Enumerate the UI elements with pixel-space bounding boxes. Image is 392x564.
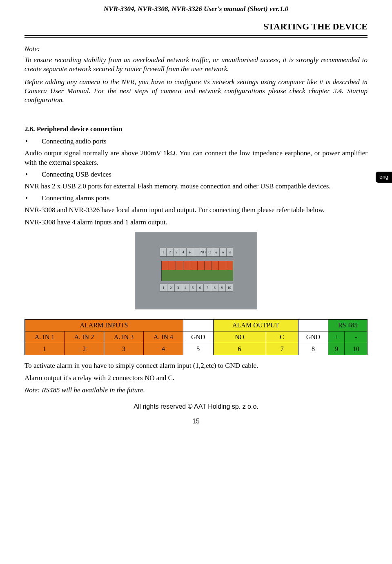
td: 2 bbox=[64, 343, 104, 355]
th-alarm-output: ALAM OUTPUT bbox=[213, 319, 298, 331]
bullet-label: Connecting alarms ports bbox=[42, 194, 109, 202]
td: NO bbox=[213, 331, 266, 343]
bullet-usb: • Connecting USB devices bbox=[24, 170, 368, 179]
chapter-title: STARTING THE DEVICE bbox=[24, 21, 368, 32]
bullet-label: Connecting audio ports bbox=[42, 137, 107, 145]
tail-para-2: Alarm output it's a relay with 2 connect… bbox=[24, 374, 368, 383]
hw-top-label: 2 bbox=[167, 248, 173, 256]
td: 9 bbox=[328, 343, 345, 355]
td: + bbox=[328, 331, 345, 343]
hw-top-label: A bbox=[220, 248, 226, 256]
hw-top-label: B bbox=[227, 248, 233, 256]
section-title: 2.6. Peripheral device connection bbox=[24, 125, 368, 133]
bullet-icon: • bbox=[24, 137, 42, 145]
td: GND bbox=[298, 331, 328, 343]
th-blank bbox=[183, 319, 213, 331]
hw-top-label: 4 bbox=[180, 248, 187, 256]
para-usb: NVR has 2 x USB 2.0 ports for external F… bbox=[24, 182, 368, 191]
td: A. IN 2 bbox=[64, 331, 104, 343]
hw-bot-label: 1 bbox=[160, 284, 167, 291]
th-rs485: RS 485 bbox=[328, 319, 368, 331]
tail-para-1: To activate alarm in you have to simply … bbox=[24, 361, 368, 370]
tail-note: Note: RS485 will be available in the fut… bbox=[24, 386, 368, 395]
th-alarm-inputs: ALARM INPUTS bbox=[25, 319, 183, 331]
hw-top-label: ⏚ bbox=[213, 248, 220, 256]
td: A. IN 4 bbox=[143, 331, 183, 343]
hardware-photo: 1 2 3 4 ⏚ NO C ⏚ A B 1 2 3 4 5 6 bbox=[24, 232, 368, 311]
doc-header: NVR-3304, NVR-3308, NVR-3326 User's manu… bbox=[24, 5, 368, 13]
hw-bot-label: 10 bbox=[226, 284, 233, 291]
hw-bot-label: 9 bbox=[218, 284, 226, 291]
bullet-audio: • Connecting audio ports bbox=[24, 137, 368, 145]
divider bbox=[24, 35, 368, 38]
td: 4 bbox=[143, 343, 183, 355]
language-tab: eng bbox=[376, 172, 392, 183]
para-alarm-2: NVR-3308 have 4 alarm inputs and 1 alarm… bbox=[24, 218, 368, 227]
hw-top-label bbox=[193, 248, 200, 256]
bullet-icon: • bbox=[24, 170, 42, 179]
para-audio: Audio output signal normally are above 2… bbox=[24, 149, 368, 167]
hw-bot-label: 5 bbox=[189, 284, 197, 291]
td: 7 bbox=[266, 343, 298, 355]
hw-bot-label: 8 bbox=[211, 284, 218, 291]
td: A. IN 3 bbox=[104, 331, 143, 343]
connector-table: ALARM INPUTS ALAM OUTPUT RS 485 A. IN 1 … bbox=[24, 319, 368, 355]
td: 8 bbox=[298, 343, 328, 355]
td: 1 bbox=[25, 343, 65, 355]
hw-bot-label: 7 bbox=[204, 284, 211, 291]
hw-top-label: 1 bbox=[160, 248, 167, 256]
td: C bbox=[266, 331, 298, 343]
td: 10 bbox=[345, 343, 368, 355]
note-para-2: Before adding any camera to the NVR, you… bbox=[24, 78, 368, 105]
page-number: 15 bbox=[24, 418, 368, 425]
para-alarm-1: NVR-3308 and NVR-3326 have local alarm i… bbox=[24, 206, 368, 215]
td: 3 bbox=[104, 343, 143, 355]
bullet-alarm: • Connecting alarms ports bbox=[24, 194, 368, 202]
hw-bot-label: 3 bbox=[175, 284, 182, 291]
hw-top-label: ⏚ bbox=[187, 248, 193, 256]
hw-bot-label: 6 bbox=[197, 284, 204, 291]
footer-copyright: All rights reserved © AAT Holding sp. z … bbox=[24, 403, 368, 410]
td: GND bbox=[183, 331, 213, 343]
td: - bbox=[345, 331, 368, 343]
bullet-label: Connecting USB devices bbox=[42, 170, 111, 179]
hw-top-label: C bbox=[207, 248, 213, 256]
hw-bot-label: 2 bbox=[167, 284, 175, 291]
hw-top-label: NO bbox=[200, 248, 207, 256]
hw-bot-label: 4 bbox=[182, 284, 189, 291]
note-label: Note: bbox=[24, 45, 368, 53]
td: 5 bbox=[183, 343, 213, 355]
td: A. IN 1 bbox=[25, 331, 65, 343]
note-para-1: To ensure recording stability from an ov… bbox=[24, 56, 368, 74]
td: 6 bbox=[213, 343, 266, 355]
th-blank bbox=[298, 319, 328, 331]
hw-top-label: 3 bbox=[174, 248, 180, 256]
bullet-icon: • bbox=[24, 194, 42, 202]
